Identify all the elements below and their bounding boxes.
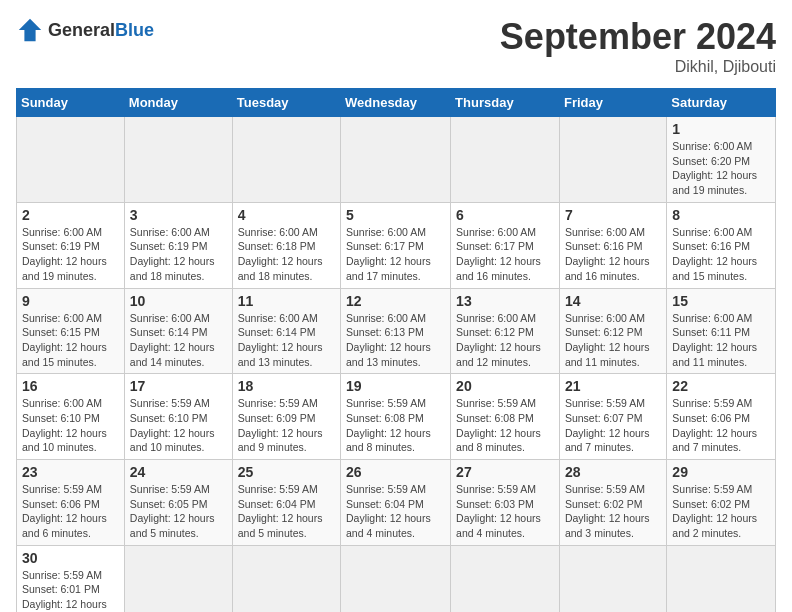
day-number: 8 — [672, 207, 770, 223]
week-row-4: 16Sunrise: 6:00 AM Sunset: 6:10 PM Dayli… — [17, 374, 776, 460]
day-detail: Sunrise: 6:00 AM Sunset: 6:12 PM Dayligh… — [565, 311, 661, 370]
day-detail: Sunrise: 6:00 AM Sunset: 6:14 PM Dayligh… — [238, 311, 335, 370]
column-header-sunday: Sunday — [17, 89, 125, 117]
day-cell: 27Sunrise: 5:59 AM Sunset: 6:03 PM Dayli… — [451, 460, 560, 546]
day-cell: 5Sunrise: 6:00 AM Sunset: 6:17 PM Daylig… — [341, 202, 451, 288]
day-number: 22 — [672, 378, 770, 394]
day-number: 2 — [22, 207, 119, 223]
day-cell: 3Sunrise: 6:00 AM Sunset: 6:19 PM Daylig… — [124, 202, 232, 288]
day-detail: Sunrise: 6:00 AM Sunset: 6:10 PM Dayligh… — [22, 396, 119, 455]
day-detail: Sunrise: 5:59 AM Sunset: 6:06 PM Dayligh… — [22, 482, 119, 541]
day-number: 15 — [672, 293, 770, 309]
page-header: GeneralBlue September 2024 Dikhil, Djibo… — [16, 16, 776, 76]
day-cell: 18Sunrise: 5:59 AM Sunset: 6:09 PM Dayli… — [232, 374, 340, 460]
day-cell: 23Sunrise: 5:59 AM Sunset: 6:06 PM Dayli… — [17, 460, 125, 546]
day-detail: Sunrise: 5:59 AM Sunset: 6:08 PM Dayligh… — [456, 396, 554, 455]
day-number: 19 — [346, 378, 445, 394]
day-cell: 11Sunrise: 6:00 AM Sunset: 6:14 PM Dayli… — [232, 288, 340, 374]
day-number: 7 — [565, 207, 661, 223]
day-number: 5 — [346, 207, 445, 223]
day-detail: Sunrise: 6:00 AM Sunset: 6:11 PM Dayligh… — [672, 311, 770, 370]
day-number: 11 — [238, 293, 335, 309]
day-detail: Sunrise: 6:00 AM Sunset: 6:19 PM Dayligh… — [22, 225, 119, 284]
day-cell: 12Sunrise: 6:00 AM Sunset: 6:13 PM Dayli… — [341, 288, 451, 374]
calendar-table: SundayMondayTuesdayWednesdayThursdayFrid… — [16, 88, 776, 612]
day-number: 30 — [22, 550, 119, 566]
day-cell: 24Sunrise: 5:59 AM Sunset: 6:05 PM Dayli… — [124, 460, 232, 546]
logo-icon — [16, 16, 44, 44]
day-detail: Sunrise: 6:00 AM Sunset: 6:12 PM Dayligh… — [456, 311, 554, 370]
day-number: 26 — [346, 464, 445, 480]
day-cell: 30Sunrise: 5:59 AM Sunset: 6:01 PM Dayli… — [17, 545, 125, 612]
day-number: 21 — [565, 378, 661, 394]
month-title: September 2024 — [500, 16, 776, 58]
svg-marker-0 — [19, 19, 41, 41]
day-detail: Sunrise: 5:59 AM Sunset: 6:04 PM Dayligh… — [346, 482, 445, 541]
column-header-friday: Friday — [559, 89, 666, 117]
day-number: 23 — [22, 464, 119, 480]
day-detail: Sunrise: 5:59 AM Sunset: 6:08 PM Dayligh… — [346, 396, 445, 455]
logo-blue-text: Blue — [115, 20, 154, 40]
day-cell: 25Sunrise: 5:59 AM Sunset: 6:04 PM Dayli… — [232, 460, 340, 546]
day-number: 25 — [238, 464, 335, 480]
day-cell: 19Sunrise: 5:59 AM Sunset: 6:08 PM Dayli… — [341, 374, 451, 460]
day-cell: 22Sunrise: 5:59 AM Sunset: 6:06 PM Dayli… — [667, 374, 776, 460]
day-detail: Sunrise: 6:00 AM Sunset: 6:15 PM Dayligh… — [22, 311, 119, 370]
day-number: 16 — [22, 378, 119, 394]
title-block: September 2024 Dikhil, Djibouti — [500, 16, 776, 76]
column-header-wednesday: Wednesday — [341, 89, 451, 117]
week-row-6: 30Sunrise: 5:59 AM Sunset: 6:01 PM Dayli… — [17, 545, 776, 612]
day-detail: Sunrise: 5:59 AM Sunset: 6:06 PM Dayligh… — [672, 396, 770, 455]
day-cell — [124, 117, 232, 203]
day-cell — [232, 117, 340, 203]
day-detail: Sunrise: 5:59 AM Sunset: 6:04 PM Dayligh… — [238, 482, 335, 541]
day-number: 9 — [22, 293, 119, 309]
week-row-2: 2Sunrise: 6:00 AM Sunset: 6:19 PM Daylig… — [17, 202, 776, 288]
day-detail: Sunrise: 5:59 AM Sunset: 6:02 PM Dayligh… — [565, 482, 661, 541]
day-cell — [559, 545, 666, 612]
header-row: SundayMondayTuesdayWednesdayThursdayFrid… — [17, 89, 776, 117]
day-cell: 1Sunrise: 6:00 AM Sunset: 6:20 PM Daylig… — [667, 117, 776, 203]
day-detail: Sunrise: 5:59 AM Sunset: 6:03 PM Dayligh… — [456, 482, 554, 541]
day-cell: 15Sunrise: 6:00 AM Sunset: 6:11 PM Dayli… — [667, 288, 776, 374]
day-number: 14 — [565, 293, 661, 309]
day-number: 24 — [130, 464, 227, 480]
day-cell — [667, 545, 776, 612]
column-header-tuesday: Tuesday — [232, 89, 340, 117]
day-cell — [232, 545, 340, 612]
day-cell: 17Sunrise: 5:59 AM Sunset: 6:10 PM Dayli… — [124, 374, 232, 460]
day-number: 4 — [238, 207, 335, 223]
logo-general-text: General — [48, 20, 115, 40]
day-detail: Sunrise: 6:00 AM Sunset: 6:19 PM Dayligh… — [130, 225, 227, 284]
day-number: 1 — [672, 121, 770, 137]
day-detail: Sunrise: 6:00 AM Sunset: 6:14 PM Dayligh… — [130, 311, 227, 370]
day-detail: Sunrise: 6:00 AM Sunset: 6:20 PM Dayligh… — [672, 139, 770, 198]
day-detail: Sunrise: 5:59 AM Sunset: 6:02 PM Dayligh… — [672, 482, 770, 541]
day-detail: Sunrise: 6:00 AM Sunset: 6:16 PM Dayligh… — [565, 225, 661, 284]
day-detail: Sunrise: 5:59 AM Sunset: 6:07 PM Dayligh… — [565, 396, 661, 455]
day-cell: 21Sunrise: 5:59 AM Sunset: 6:07 PM Dayli… — [559, 374, 666, 460]
day-cell: 26Sunrise: 5:59 AM Sunset: 6:04 PM Dayli… — [341, 460, 451, 546]
day-detail: Sunrise: 6:00 AM Sunset: 6:13 PM Dayligh… — [346, 311, 445, 370]
day-cell — [17, 117, 125, 203]
day-cell — [451, 117, 560, 203]
day-cell: 20Sunrise: 5:59 AM Sunset: 6:08 PM Dayli… — [451, 374, 560, 460]
day-cell: 14Sunrise: 6:00 AM Sunset: 6:12 PM Dayli… — [559, 288, 666, 374]
day-cell — [341, 117, 451, 203]
day-number: 27 — [456, 464, 554, 480]
day-cell: 6Sunrise: 6:00 AM Sunset: 6:17 PM Daylig… — [451, 202, 560, 288]
day-cell — [451, 545, 560, 612]
day-number: 29 — [672, 464, 770, 480]
day-cell: 29Sunrise: 5:59 AM Sunset: 6:02 PM Dayli… — [667, 460, 776, 546]
day-cell: 8Sunrise: 6:00 AM Sunset: 6:16 PM Daylig… — [667, 202, 776, 288]
day-cell — [559, 117, 666, 203]
day-cell — [341, 545, 451, 612]
day-detail: Sunrise: 5:59 AM Sunset: 6:10 PM Dayligh… — [130, 396, 227, 455]
day-cell: 7Sunrise: 6:00 AM Sunset: 6:16 PM Daylig… — [559, 202, 666, 288]
day-number: 6 — [456, 207, 554, 223]
day-cell — [124, 545, 232, 612]
column-header-saturday: Saturday — [667, 89, 776, 117]
day-cell: 9Sunrise: 6:00 AM Sunset: 6:15 PM Daylig… — [17, 288, 125, 374]
day-cell: 10Sunrise: 6:00 AM Sunset: 6:14 PM Dayli… — [124, 288, 232, 374]
day-detail: Sunrise: 5:59 AM Sunset: 6:09 PM Dayligh… — [238, 396, 335, 455]
